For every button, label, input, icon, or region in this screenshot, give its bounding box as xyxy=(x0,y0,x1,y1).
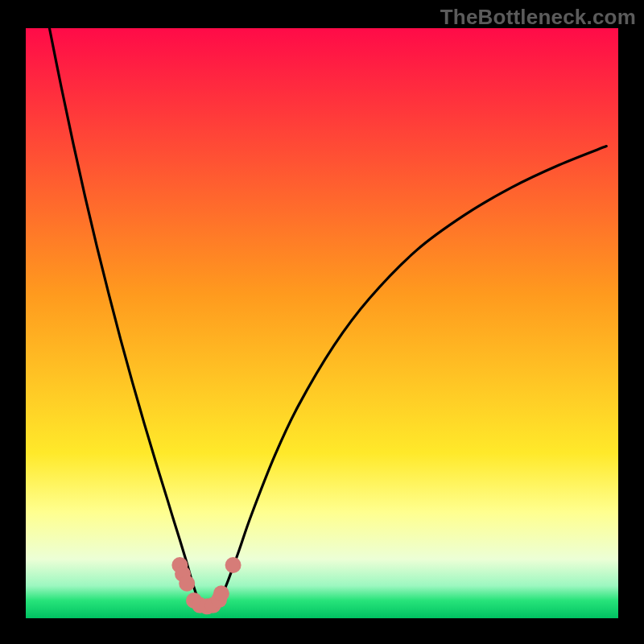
marker-dot xyxy=(225,557,242,573)
bottleneck-chart xyxy=(0,0,644,644)
marker-dot xyxy=(213,585,229,601)
marker-dot xyxy=(179,576,195,592)
plot-background xyxy=(26,28,618,618)
chart-frame: TheBottleneck.com xyxy=(0,0,644,644)
